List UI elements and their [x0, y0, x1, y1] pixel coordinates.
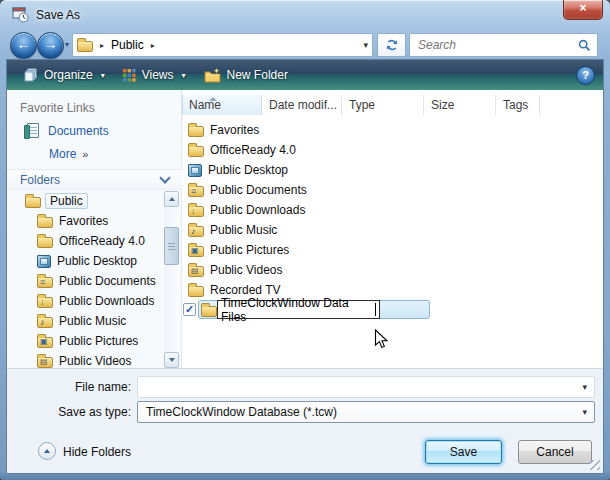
back-button[interactable]: ← — [10, 32, 37, 59]
tree-item[interactable]: Public Downloads — [7, 291, 163, 311]
text-caret — [375, 303, 376, 316]
file-rows: Favorites OfficeReady 4.0 Public Desktop — [182, 120, 603, 300]
navigation-pane: Favorite Links Documents More» Folders — [7, 90, 182, 368]
views-button[interactable]: Views ▾ — [114, 63, 195, 87]
desktop-icon — [188, 164, 202, 177]
folder-downloads-icon — [37, 297, 53, 308]
file-row[interactable]: Public Desktop — [182, 160, 603, 180]
new-folder-button[interactable]: New Folder — [195, 63, 297, 87]
file-row[interactable]: Public Videos — [182, 260, 603, 280]
file-row[interactable]: Public Pictures — [182, 240, 603, 260]
folder-icon — [77, 41, 93, 52]
app-icon — [12, 6, 29, 26]
breadcrumb-location[interactable]: Public — [111, 38, 144, 52]
column-header[interactable]: Type — [342, 95, 424, 115]
column-header[interactable]: Date modif... — [262, 95, 342, 115]
folder-icon — [188, 146, 204, 157]
organize-icon — [24, 68, 38, 82]
folder-pictures-icon — [37, 337, 53, 348]
scroll-up-button[interactable] — [164, 191, 179, 207]
command-toolbar: Organize ▾ Views ▾ New Folder — [7, 60, 603, 90]
scrollbar-thumb[interactable] — [164, 227, 179, 265]
dropdown-arrow-icon[interactable]: ▾ — [582, 407, 587, 417]
folder-icon — [37, 237, 53, 248]
close-button[interactable]: × — [563, 0, 603, 20]
favorite-link[interactable]: Documents — [48, 124, 109, 138]
tree-scrollbar[interactable] — [164, 191, 179, 368]
file-row[interactable]: Public Music — [182, 220, 603, 240]
triangle-down-icon — [169, 358, 175, 362]
folder-videos-icon — [37, 357, 53, 368]
triangle-up-icon — [44, 449, 50, 453]
folder-icon — [201, 306, 217, 317]
folder-icon — [188, 126, 204, 137]
column-header[interactable] — [532, 95, 540, 115]
tree-item[interactable]: Public Pictures — [7, 331, 163, 351]
hide-folders-button[interactable] — [38, 442, 56, 460]
new-folder-icon — [204, 68, 221, 83]
window-title: Save As — [36, 8, 80, 22]
resize-grip[interactable] — [590, 460, 600, 470]
save-as-type-label: Save as type: — [7, 405, 131, 419]
documents-icon — [27, 123, 39, 138]
file-row[interactable]: Public Documents — [182, 180, 603, 200]
tree-item[interactable]: Public — [7, 191, 163, 211]
save-button[interactable]: Save — [425, 440, 502, 464]
cancel-button[interactable]: Cancel — [518, 440, 592, 464]
scroll-down-button[interactable] — [164, 352, 179, 368]
refresh-icon — [385, 38, 399, 52]
folder-music-icon — [188, 226, 204, 237]
folder-icon — [25, 197, 41, 208]
forward-button[interactable]: → — [37, 32, 64, 59]
dropdown-arrow-icon[interactable]: ▾ — [582, 382, 587, 392]
search-input[interactable] — [416, 37, 578, 53]
tree-item[interactable]: Public Videos — [7, 351, 163, 368]
save-options-pane: File name: ▾ Save as type: TimeClockWind… — [7, 368, 603, 473]
item-checkbox[interactable]: ✓ — [183, 303, 196, 316]
file-name-input[interactable] — [138, 380, 594, 394]
hide-folders-label[interactable]: Hide Folders — [63, 445, 131, 459]
rename-input[interactable]: TimeClockWindow Data Files — [217, 300, 380, 319]
breadcrumb-dropdown-icon[interactable]: ▾ — [357, 40, 368, 50]
save-as-type-combo[interactable]: TimeClockWindow Database (*.tcw) ▾ — [137, 401, 595, 423]
organize-button[interactable]: Organize ▾ — [15, 63, 114, 87]
search-icon — [578, 39, 591, 52]
more-links[interactable]: More» — [49, 147, 88, 161]
organize-dropdown-icon: ▾ — [101, 71, 105, 80]
chevron-down-icon — [159, 172, 170, 183]
column-header[interactable]: Tags — [496, 95, 532, 115]
column-header[interactable]: Name — [182, 95, 262, 115]
views-icon — [123, 69, 136, 82]
tree-item[interactable]: OfficeReady 4.0 — [7, 231, 163, 251]
file-name-combo[interactable]: ▾ — [137, 376, 595, 398]
tree-item[interactable]: Public Music — [7, 311, 163, 331]
tree-item[interactable]: Public Desktop — [7, 251, 163, 271]
breadcrumb-separator-icon[interactable]: ▸ — [151, 41, 155, 50]
dialog-content: Organize ▾ Views ▾ New Folder — [7, 60, 603, 473]
views-dropdown-icon: ▾ — [182, 71, 186, 80]
recent-pages-chevron-icon[interactable]: ▾ — [65, 40, 69, 49]
help-button[interactable]: ? — [576, 66, 595, 85]
folder-pictures-icon — [188, 246, 204, 257]
folder-music-icon — [37, 317, 53, 328]
tree-item[interactable]: Favorites — [7, 211, 163, 231]
more-arrows-icon: » — [82, 148, 88, 160]
refresh-button[interactable] — [377, 33, 406, 57]
file-name-label: File name: — [7, 380, 131, 394]
folders-expander[interactable]: Folders — [7, 169, 182, 190]
file-row[interactable]: OfficeReady 4.0 — [182, 140, 603, 160]
column-header[interactable]: Size — [424, 95, 496, 115]
search-box[interactable] — [409, 33, 598, 57]
file-row[interactable]: Favorites — [182, 120, 603, 140]
new-folder-edit-row[interactable]: ✓ TimeClockWindow Data Files — [182, 300, 603, 320]
file-row[interactable]: Public Downloads — [182, 200, 603, 220]
folder-videos-icon — [188, 266, 204, 277]
breadcrumb-separator-icon[interactable]: ▸ — [100, 41, 104, 50]
tree-item[interactable]: Public Documents — [7, 271, 163, 291]
breadcrumb[interactable]: ▸ Public ▸ ▾ — [72, 33, 373, 57]
sort-ascending-icon — [209, 97, 217, 101]
save-as-dialog: Save As × ← → ▾ ▸ Public ▸ ▾ — [0, 0, 610, 480]
folders-tree: Public Favorites OfficeReady 4.0 — [7, 191, 163, 368]
column-headers: Name Date modif... Type Size — [182, 95, 603, 115]
favorite-links-list: Documents — [27, 123, 109, 138]
